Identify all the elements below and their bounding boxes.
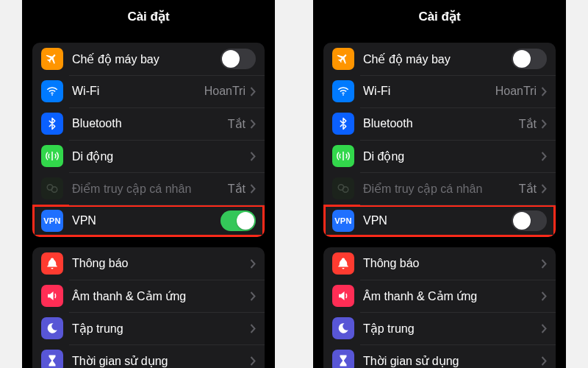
settings-row-label: Thời gian sử dụng xyxy=(72,354,250,368)
chevron-right-icon xyxy=(541,152,547,161)
hotspot-icon xyxy=(41,177,63,199)
settings-row-sounds[interactable]: Âm thanh & Cảm ứng xyxy=(32,280,265,312)
page-title: Cài đặt xyxy=(22,0,275,32)
chevron-right-icon xyxy=(541,291,547,301)
svg-point-2 xyxy=(51,187,57,193)
settings-section-2: Thông báoÂm thanh & Cảm ứngTập trungThời… xyxy=(32,247,265,368)
settings-row-sounds[interactable]: Âm thanh & Cảm ứng xyxy=(323,280,556,312)
settings-row-hotspot[interactable]: Điểm truy cập cá nhânTắt xyxy=(32,172,265,205)
settings-row-bluetooth[interactable]: BluetoothTắt xyxy=(32,107,265,140)
settings-row-hotspot[interactable]: Điểm truy cập cá nhânTắt xyxy=(323,172,556,205)
settings-row-wifi[interactable]: Wi-FiHoanTri xyxy=(32,75,265,107)
page-title: Cài đặt xyxy=(313,0,566,32)
settings-row-screentime[interactable]: Thời gian sử dụng xyxy=(32,344,265,368)
settings-screen-left: Cài đặt Chế độ máy bayWi-FiHoanTriBlueto… xyxy=(22,0,275,368)
settings-row-label: Âm thanh & Cảm ứng xyxy=(363,289,541,303)
settings-row-value: Tắt xyxy=(519,117,537,131)
hotspot-icon xyxy=(332,177,354,199)
settings-row-label: Điểm truy cập cá nhân xyxy=(72,182,228,196)
cellular-icon xyxy=(41,145,63,167)
chevron-right-icon xyxy=(541,259,547,269)
settings-row-screentime[interactable]: Thời gian sử dụng xyxy=(323,344,556,368)
wifi-icon xyxy=(332,80,354,102)
settings-row-cellular[interactable]: Di động xyxy=(32,140,265,172)
settings-row-airplane[interactable]: Chế độ máy bay xyxy=(32,43,265,75)
chevron-right-icon xyxy=(250,259,256,269)
settings-section-1: Chế độ máy bayWi-FiHoanTriBluetoothTắtDi… xyxy=(323,43,556,237)
notifications-icon xyxy=(41,252,63,275)
settings-row-label: Chế độ máy bay xyxy=(72,52,220,66)
settings-row-label: Tập trung xyxy=(363,322,541,336)
settings-row-label: Wi-Fi xyxy=(363,85,495,98)
airplane-icon xyxy=(41,48,63,70)
settings-row-value: HoanTri xyxy=(204,85,245,98)
bluetooth-icon xyxy=(332,113,354,135)
cellular-icon xyxy=(332,145,354,167)
settings-row-airplane[interactable]: Chế độ máy bay xyxy=(323,43,556,75)
settings-row-label: Bluetooth xyxy=(363,117,519,130)
settings-section-2: Thông báoÂm thanh & Cảm ứngTập trungThời… xyxy=(323,247,556,368)
settings-row-notifications[interactable]: Thông báo xyxy=(323,247,556,280)
focus-icon xyxy=(41,317,63,339)
airplane-toggle[interactable] xyxy=(512,49,547,69)
chevron-right-icon xyxy=(250,291,256,301)
sounds-icon xyxy=(332,285,354,307)
focus-icon xyxy=(332,317,354,339)
settings-row-label: Tập trung xyxy=(72,322,250,336)
chevron-right-icon xyxy=(541,119,547,129)
chevron-right-icon xyxy=(541,324,547,333)
comparison-frame: Cài đặt Chế độ máy bayWi-FiHoanTriBlueto… xyxy=(0,0,588,368)
chevron-right-icon xyxy=(250,152,256,161)
settings-row-value: HoanTri xyxy=(495,85,537,98)
settings-row-label: Âm thanh & Cảm ứng xyxy=(72,289,250,303)
airplane-icon xyxy=(332,48,354,70)
settings-row-vpn[interactable]: VPNVPN xyxy=(323,205,556,237)
chevron-right-icon xyxy=(541,356,547,366)
bluetooth-icon xyxy=(41,113,63,135)
chevron-right-icon xyxy=(250,356,256,366)
settings-row-label: Thông báo xyxy=(363,257,541,270)
settings-row-label: Bluetooth xyxy=(72,117,228,130)
chevron-right-icon xyxy=(250,87,256,96)
settings-row-label: Thông báo xyxy=(72,257,250,270)
notifications-icon xyxy=(332,252,354,275)
screentime-icon xyxy=(41,350,63,368)
chevron-right-icon xyxy=(250,324,256,333)
sounds-icon xyxy=(41,285,63,307)
settings-screen-right: Cài đặt Chế độ máy bayWi-FiHoanTriBlueto… xyxy=(313,0,566,368)
vpn-icon: VPN xyxy=(41,210,63,232)
screentime-icon xyxy=(332,350,354,368)
settings-row-focus[interactable]: Tập trung xyxy=(32,312,265,344)
chevron-right-icon xyxy=(541,184,547,194)
settings-row-label: Di động xyxy=(363,149,541,163)
vpn-toggle[interactable] xyxy=(220,210,256,231)
chevron-right-icon xyxy=(250,184,256,194)
settings-row-cellular[interactable]: Di động xyxy=(323,140,556,172)
settings-row-label: Di động xyxy=(72,149,250,163)
settings-row-value: Tắt xyxy=(228,182,245,196)
chevron-right-icon xyxy=(250,119,256,129)
settings-row-label: Thời gian sử dụng xyxy=(363,354,541,368)
settings-row-label: Wi-Fi xyxy=(72,85,204,98)
settings-row-wifi[interactable]: Wi-FiHoanTri xyxy=(323,75,556,107)
settings-row-notifications[interactable]: Thông báo xyxy=(32,247,265,280)
settings-row-value: Tắt xyxy=(519,182,537,196)
settings-row-focus[interactable]: Tập trung xyxy=(323,312,556,344)
airplane-toggle[interactable] xyxy=(220,49,256,69)
svg-point-5 xyxy=(343,187,348,193)
settings-row-label: VPN xyxy=(363,214,512,227)
vpn-icon: VPN xyxy=(332,210,354,232)
wifi-icon xyxy=(41,80,63,102)
settings-row-label: Chế độ máy bay xyxy=(363,52,512,66)
vpn-toggle[interactable] xyxy=(512,210,547,231)
settings-row-label: VPN xyxy=(72,214,220,227)
settings-row-value: Tắt xyxy=(228,117,245,131)
svg-point-0 xyxy=(51,94,53,96)
chevron-right-icon xyxy=(541,87,547,96)
settings-section-1: Chế độ máy bayWi-FiHoanTriBluetoothTắtDi… xyxy=(32,43,265,237)
settings-row-label: Điểm truy cập cá nhân xyxy=(363,182,519,196)
svg-point-3 xyxy=(343,94,344,96)
settings-row-vpn[interactable]: VPNVPN xyxy=(32,205,265,237)
settings-row-bluetooth[interactable]: BluetoothTắt xyxy=(323,107,556,140)
